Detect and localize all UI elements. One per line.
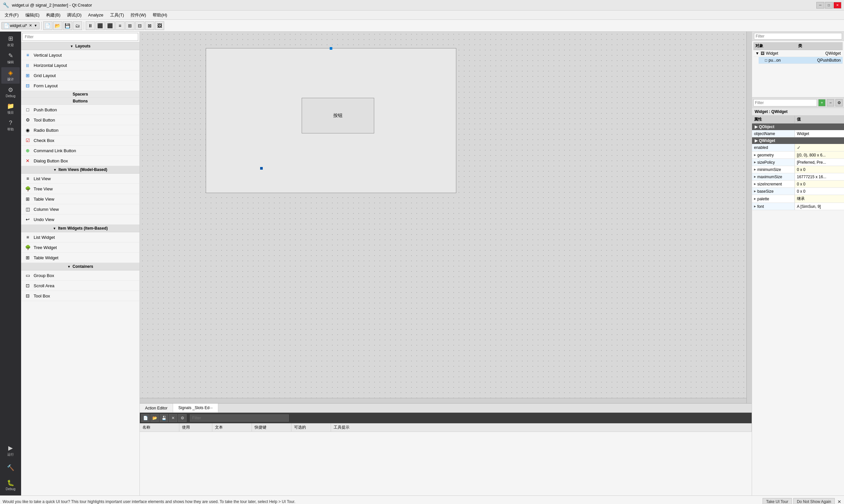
tab-action-editor[interactable]: Action Editor	[140, 403, 173, 412]
horizontal-layout-icon: ⫼	[24, 62, 31, 69]
minimize-button[interactable]: ─	[816, 2, 824, 8]
menu-item-debug[interactable]: 调试(D)	[64, 11, 85, 19]
widget-expand[interactable]: ▼	[755, 51, 759, 56]
widget-item-table-view[interactable]: ⊞ Table View	[21, 194, 139, 204]
object-row-pushbutton[interactable]: ▶ □ pu...on QPushButton	[759, 57, 843, 64]
widget-item-horizontal-layout[interactable]: ⫼ Horizontal Layout	[21, 60, 139, 71]
sidebar-item-welcome[interactable]: ⊞ 欢迎	[1, 33, 20, 49]
widget-item-dialog-button[interactable]: ✕ Dialog Button Box	[21, 156, 139, 166]
maximize-button[interactable]: □	[825, 2, 833, 8]
widget-item-command-link[interactable]: ⊕ Command Link Button	[21, 146, 139, 156]
prop-value-sizepolicy[interactable]: [Preferred, Pre...	[795, 159, 844, 166]
widget-item-list-widget[interactable]: ≡ List Widget	[21, 232, 139, 242]
widget-item-list-view[interactable]: ≡ List View	[21, 174, 139, 184]
menu-item-edit[interactable]: 编辑(E)	[22, 11, 43, 19]
sidebar-item-build2[interactable]: 🔨	[1, 462, 20, 474]
sidebar-item-help[interactable]: ? 帮助	[1, 118, 20, 134]
object-filter-input[interactable]	[754, 33, 842, 39]
widget-filter-input[interactable]	[22, 33, 138, 41]
widget-item-tool-button[interactable]: ⚙ Tool Button	[21, 115, 139, 125]
align-left-button[interactable]: ⬛	[96, 21, 105, 30]
widget-item-scroll-area[interactable]: ⊡ Scroll Area	[21, 281, 139, 291]
sidebar-item-debug[interactable]: ⚙ Debug	[1, 84, 20, 100]
prop-config-btn[interactable]: ⚙	[836, 99, 843, 106]
align-right-button[interactable]: ⬛	[105, 21, 115, 30]
sidebar-item-edit[interactable]: ✎ 编辑	[1, 50, 20, 67]
status-close-button[interactable]: ✕	[838, 499, 841, 504]
menu-item-help[interactable]: 帮助(H)	[149, 11, 170, 19]
sidebar-item-project[interactable]: 📁 项目	[1, 101, 20, 117]
prop-value-maximumsize[interactable]: 16777215 x 16...	[795, 173, 844, 180]
widget-item-grid-layout[interactable]: ⊞ Grid Layout	[21, 71, 139, 81]
screenshot-button[interactable]: 🖼	[155, 21, 164, 30]
distribute-button[interactable]: ⊞	[125, 21, 135, 30]
prop-value-sizeincrement[interactable]: 0 x 0	[795, 181, 844, 187]
widget-item-tree-view[interactable]: 🌳 Tree View	[21, 184, 139, 194]
dropdown-arrow[interactable]: ▼	[34, 24, 37, 28]
save-button[interactable]: 💾	[63, 21, 72, 30]
widget-item-tool-box[interactable]: ⊟ Tool Box	[21, 291, 139, 301]
qwidget-expand[interactable]: ▶	[755, 138, 758, 143]
widget-item-column-view[interactable]: ◫ Column View	[21, 204, 139, 214]
bottom-filter-area	[190, 414, 289, 422]
prop-filter-input[interactable]	[753, 99, 817, 106]
push-button-label: Push Button	[34, 107, 57, 112]
bottom-save-btn[interactable]: 💾	[159, 414, 168, 422]
bottom-settings-btn[interactable]: ⚙	[178, 414, 187, 422]
widget-item-push-button[interactable]: □ Push Button	[21, 105, 139, 115]
design-canvas-area[interactable]: 按钮	[140, 32, 752, 403]
app-icon: 🔧	[3, 2, 9, 8]
grid-button[interactable]: ⊟	[135, 21, 144, 30]
prop-value-enabled[interactable]: ✓	[795, 144, 844, 151]
widget-item-tree-widget[interactable]: 🌳 Tree Widget	[21, 242, 139, 253]
bottom-new-btn[interactable]: 📄	[141, 414, 150, 422]
prop-value-palette[interactable]: 继承	[795, 195, 844, 203]
layout-button[interactable]: ⊠	[145, 21, 154, 30]
bottom-open-btn[interactable]: 📂	[150, 414, 159, 422]
object-row-widget[interactable]: ▼ 🖼 Widget QWidget	[753, 50, 843, 57]
menu-item-widgets[interactable]: 控件(W)	[127, 11, 149, 19]
scrollbar-right[interactable]	[746, 32, 752, 403]
file-tab-label[interactable]: widget.ui*	[10, 23, 27, 28]
sidebar-item-debug2[interactable]: 🐛 Debug	[1, 477, 20, 493]
menu-item-file[interactable]: 文件(F)	[1, 11, 22, 19]
new-button[interactable]: 📄	[43, 21, 52, 30]
prop-value-objectname[interactable]: Widget	[795, 130, 844, 137]
prop-add-btn[interactable]: +	[818, 99, 826, 106]
canvas-push-button[interactable]: 按钮	[302, 98, 374, 133]
scrollbar-bottom[interactable]	[140, 398, 746, 403]
prop-value-minimumsize[interactable]: 0 x 0	[795, 166, 844, 173]
sidebar-item-design[interactable]: ◈ 设计	[1, 67, 20, 84]
prop-remove-btn[interactable]: −	[827, 99, 834, 106]
align-center-button[interactable]: ≡	[115, 21, 125, 30]
sidebar-item-signal[interactable]: ▶ 运行	[1, 443, 20, 459]
bottom-delete-btn[interactable]: ✕	[169, 414, 177, 422]
widget-item-undo-view[interactable]: ↩ Undo View	[21, 214, 139, 224]
containers-arrow: ▼	[67, 265, 71, 268]
tab-signals-slots[interactable]: Signals _Slots Ed···	[173, 403, 218, 412]
prop-value-geometry[interactable]: [(0, 0), 800 x 6...	[795, 151, 844, 159]
widget-item-radio-button[interactable]: ◉ Radio Button	[21, 125, 139, 136]
prop-section-qobject: ▶ QObject	[752, 124, 844, 130]
prop-value-font[interactable]: A [SimSun, 9]	[795, 203, 844, 210]
prop-value-basesize[interactable]: 0 x 0	[795, 188, 844, 195]
menu-item-analyze[interactable]: Analyze	[85, 11, 106, 19]
do-not-show-button[interactable]: Do Not Show Again	[793, 498, 835, 504]
pause-button[interactable]: ⏸	[86, 21, 95, 30]
open-button[interactable]: 📂	[53, 21, 62, 30]
obj-col-class: 类	[798, 43, 841, 49]
canvas-widget[interactable]: 按钮	[206, 48, 456, 193]
widget-item-vertical-layout[interactable]: ≡ Vertical Layout	[21, 50, 139, 60]
menu-item-build[interactable]: 构建(B)	[43, 11, 64, 19]
bottom-filter-input[interactable]	[190, 414, 289, 422]
file-tab-close[interactable]: ✕	[29, 23, 32, 28]
widget-item-check-box[interactable]: ☑ Check Box	[21, 136, 139, 146]
widget-item-form-layout[interactable]: ⊟ Form Layout	[21, 81, 139, 91]
widget-item-group-box[interactable]: ▭ Group Box	[21, 270, 139, 281]
take-ui-tour-button[interactable]: Take UI Tour	[762, 498, 792, 504]
widget-item-table-widget[interactable]: ⊞ Table Widget	[21, 253, 139, 263]
menu-item-tools[interactable]: 工具(T)	[107, 11, 127, 19]
close-button[interactable]: ✕	[833, 2, 841, 8]
save-all-button[interactable]: 🗂	[73, 21, 82, 30]
qobject-expand[interactable]: ▶	[755, 125, 758, 129]
